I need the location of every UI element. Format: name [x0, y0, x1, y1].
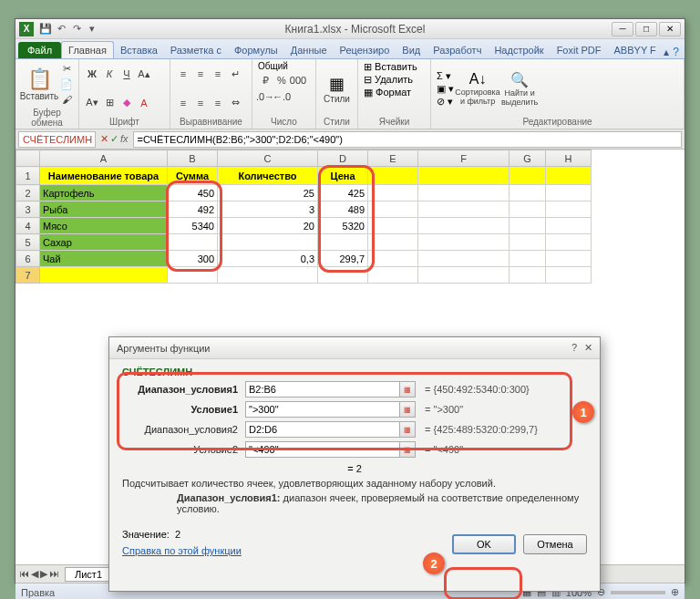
save-icon[interactable]: 💾	[39, 23, 52, 36]
cell[interactable]: Сумма	[168, 167, 218, 185]
fill-down-icon[interactable]: ▣ ▾	[437, 83, 454, 95]
font-color-icon[interactable]: A	[137, 96, 151, 110]
row-header[interactable]: 6	[16, 251, 40, 267]
sort-filter-button[interactable]: A↓Сортировка и фильтр	[459, 71, 496, 106]
tab-prev-icon[interactable]: ◀	[31, 568, 38, 580]
cell-insert-button[interactable]: ⊞ Вставить	[364, 61, 417, 73]
cell[interactable]	[418, 251, 510, 267]
range-picker-icon[interactable]: ▦	[399, 381, 416, 398]
row-header[interactable]: 2	[16, 185, 40, 201]
cell[interactable]	[510, 201, 546, 218]
cell[interactable]	[510, 234, 546, 251]
cell[interactable]	[546, 185, 592, 201]
brush-icon[interactable]: 🖌	[59, 92, 74, 107]
number-format-dropdown[interactable]: Общий	[258, 61, 288, 71]
tab-home[interactable]: Главная	[61, 41, 114, 58]
cell[interactable]: 450	[168, 185, 218, 201]
tab-foxit[interactable]: Foxit PDF	[551, 42, 608, 58]
align-right-icon[interactable]: ≡	[211, 96, 225, 110]
cell[interactable]: 489	[318, 201, 368, 218]
cell[interactable]	[218, 267, 318, 284]
cell[interactable]: 5340	[168, 218, 218, 234]
range-picker-icon[interactable]: ▦	[399, 401, 416, 418]
percent-icon[interactable]: %	[274, 73, 289, 88]
range-picker-icon[interactable]: ▦	[399, 441, 416, 458]
formula-input[interactable]: =СЧЁТЕСЛИМН(B2:B6;">300";D2:D6;"<490")	[133, 131, 682, 148]
qat-more-icon[interactable]: ▾	[86, 23, 98, 36]
paste-button[interactable]: 📋Вставить	[21, 67, 57, 101]
cell[interactable]	[510, 218, 546, 234]
cell[interactable]	[546, 201, 592, 218]
currency-icon[interactable]: ₽	[258, 73, 273, 88]
col-header[interactable]: A	[40, 150, 168, 167]
cell[interactable]: Количество	[218, 167, 318, 185]
fx-icon[interactable]: fx	[120, 133, 129, 145]
tab-formulas[interactable]: Формулы	[228, 42, 284, 58]
find-select-button[interactable]: 🔍Найти и выделить	[501, 71, 538, 107]
cell[interactable]: Рыба	[40, 201, 168, 218]
tab-insert[interactable]: Вставка	[114, 42, 164, 58]
cell[interactable]	[368, 185, 418, 201]
cell[interactable]	[368, 167, 418, 185]
cell[interactable]: Картофель	[40, 185, 168, 201]
cell[interactable]: 25	[218, 185, 318, 201]
italic-icon[interactable]: К	[102, 67, 117, 81]
bold-icon[interactable]: Ж	[85, 67, 99, 81]
cell[interactable]	[546, 267, 592, 284]
cancel-formula-icon[interactable]: ✕	[100, 133, 108, 145]
col-header[interactable]: H	[546, 150, 592, 167]
cell[interactable]	[168, 267, 218, 284]
undo-icon[interactable]: ↶	[55, 23, 67, 36]
cancel-button[interactable]: Отмена	[523, 534, 587, 554]
range-picker-icon[interactable]: ▦	[399, 421, 416, 438]
tab-first-icon[interactable]: ⏮	[19, 568, 29, 580]
font-size-down-icon[interactable]: A▾	[85, 96, 99, 110]
help-link[interactable]: Справка по этой функции	[122, 545, 242, 556]
cell[interactable]	[546, 234, 592, 251]
align-center-icon[interactable]: ≡	[193, 96, 208, 110]
cell[interactable]: Чай	[40, 251, 168, 267]
redo-icon[interactable]: ↷	[70, 23, 83, 36]
cell[interactable]: Сахар	[40, 234, 168, 251]
inc-decimal-icon[interactable]: .0→	[258, 89, 273, 104]
cell[interactable]	[510, 251, 546, 267]
cell[interactable]	[368, 201, 418, 218]
cell[interactable]	[510, 167, 546, 185]
cell[interactable]	[218, 234, 318, 251]
tab-next-icon[interactable]: ▶	[40, 568, 47, 580]
cell[interactable]	[510, 267, 546, 284]
accept-formula-icon[interactable]: ✓	[110, 133, 118, 145]
cell[interactable]: Мясо	[40, 218, 168, 234]
dec-decimal-icon[interactable]: ←.0	[274, 89, 289, 104]
fill-color-icon[interactable]: ◆	[119, 96, 134, 110]
cell-delete-button[interactable]: ⊟ Удалить	[364, 74, 413, 86]
cell[interactable]: 492	[168, 201, 218, 218]
help-icon[interactable]: ?	[673, 46, 679, 58]
select-all-corner[interactable]	[16, 150, 40, 167]
cell[interactable]: 300	[168, 251, 218, 267]
tab-data[interactable]: Данные	[284, 42, 334, 58]
cell[interactable]: 0,3	[218, 251, 318, 267]
zoom-slider[interactable]	[611, 591, 665, 594]
tab-addins[interactable]: Надстройк	[488, 42, 550, 58]
clear-icon[interactable]: ⊘ ▾	[437, 96, 454, 108]
row-header[interactable]: 4	[16, 218, 40, 234]
wrap-icon[interactable]: ↵	[228, 67, 242, 81]
dialog-help-icon[interactable]: ?	[571, 342, 577, 354]
cell[interactable]	[368, 251, 418, 267]
arg-input-range2[interactable]	[245, 421, 400, 438]
autosum-icon[interactable]: Σ ▾	[437, 70, 454, 82]
underline-icon[interactable]: Ч	[119, 67, 134, 81]
cell[interactable]	[418, 267, 510, 284]
dialog-titlebar[interactable]: Аргументы функции ?✕	[109, 337, 600, 359]
cell[interactable]	[418, 185, 510, 201]
align-top-icon[interactable]: ≡	[176, 67, 190, 81]
col-header[interactable]: D	[318, 150, 368, 167]
cell-format-button[interactable]: ▦ Формат	[364, 87, 411, 98]
cut-icon[interactable]: ✂	[59, 61, 74, 76]
cell[interactable]	[168, 234, 218, 251]
cell[interactable]	[510, 185, 546, 201]
cell[interactable]: 299,7	[318, 251, 368, 267]
cell[interactable]: Цена	[318, 167, 368, 185]
ok-button[interactable]: OK	[452, 534, 516, 554]
